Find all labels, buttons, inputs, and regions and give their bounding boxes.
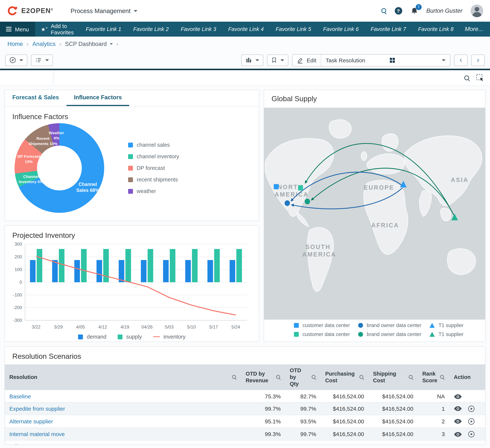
hamburger-icon bbox=[6, 27, 12, 31]
favorite-link-5[interactable]: Favorite Link 5 bbox=[270, 26, 317, 32]
marquee-select-icon[interactable] bbox=[476, 74, 484, 82]
column-header: Resolution bbox=[5, 364, 241, 390]
eye-icon bbox=[454, 406, 462, 412]
run-scenario-button[interactable] bbox=[468, 405, 475, 412]
breadcrumb-analytics[interactable]: Analytics bbox=[32, 41, 55, 47]
resolution-scenarios-card: Resolution Scenarios ResolutionOTD byRev… bbox=[4, 346, 486, 445]
legend-swatch bbox=[128, 189, 133, 194]
e2open-logo-icon bbox=[7, 5, 18, 17]
view-scenario-button[interactable] bbox=[454, 394, 462, 399]
legend-item: brand owner data center bbox=[358, 323, 421, 328]
column-header-label: PurchasingCost bbox=[325, 370, 355, 384]
column-search-icon[interactable] bbox=[232, 375, 236, 379]
favorite-link-1[interactable]: Favorite Link 1 bbox=[80, 26, 127, 32]
favorite-link-4[interactable]: Favorite Link 4 bbox=[222, 26, 270, 32]
legend-label: weather bbox=[137, 188, 156, 194]
table-row: Baseline75.3%82.7%$416,524.00$416,524.00… bbox=[5, 390, 485, 402]
resolution-link[interactable]: Baseline bbox=[9, 393, 31, 399]
notifications-button[interactable]: 7 bbox=[410, 7, 418, 15]
nav-settings-button[interactable] bbox=[489, 22, 490, 37]
influence-factors-title: Influence Factors bbox=[5, 106, 259, 121]
toolbar-right: Edit Task Resolution ‹ › bbox=[241, 54, 485, 66]
favorite-link-8[interactable]: Favorite Link 8 bbox=[412, 26, 460, 32]
column-header: Action bbox=[449, 364, 485, 390]
svg-text:200: 200 bbox=[15, 254, 22, 259]
column-header-label: ShippingCost bbox=[373, 370, 396, 384]
previous-view-button[interactable]: ‹ bbox=[454, 54, 468, 66]
legend-item: T1 supplier bbox=[429, 332, 464, 337]
legend-item: weather bbox=[128, 188, 179, 194]
rank-score-cell: NA bbox=[418, 390, 449, 402]
help-icon[interactable]: ? bbox=[394, 7, 402, 15]
favorite-link-3[interactable]: Favorite Link 3 bbox=[175, 26, 222, 32]
columns-dropdown-button[interactable] bbox=[241, 54, 263, 66]
otd-revenue-cell: 75.3% bbox=[241, 390, 285, 402]
legend-label: inventory bbox=[163, 334, 185, 340]
column-search-icon[interactable] bbox=[359, 375, 363, 379]
run-scenario-button[interactable] bbox=[468, 431, 475, 438]
scp-dashboard-page: E2OPEN® Process Management ? 7 Burton Gu… bbox=[0, 0, 490, 448]
tab-forecast-sales[interactable]: Forecast & Sales bbox=[5, 90, 67, 106]
column-search-icon[interactable] bbox=[276, 375, 280, 379]
resolution-link[interactable]: Expedite from supplier bbox=[9, 405, 65, 412]
svg-text:4/12: 4/12 bbox=[98, 324, 107, 329]
otd-qty-cell: 93.5% bbox=[285, 415, 321, 428]
favorite-link-2[interactable]: Favorite Link 2 bbox=[127, 26, 175, 32]
otd-revenue-cell bbox=[241, 440, 285, 445]
avatar[interactable] bbox=[471, 4, 483, 17]
next-view-button[interactable]: › bbox=[471, 54, 485, 66]
breadcrumb-home[interactable]: Home bbox=[8, 41, 23, 47]
resolution-link[interactable]: Internal material move bbox=[9, 431, 65, 437]
zoom-search-icon[interactable] bbox=[464, 75, 469, 80]
app-switcher[interactable]: Process Management bbox=[70, 7, 138, 14]
donut-chart[interactable]: Channel Sales 68% Channel Inventory 5% D… bbox=[15, 123, 104, 213]
play-icon bbox=[468, 431, 475, 438]
edit-button[interactable]: Edit bbox=[292, 54, 321, 66]
column-search-icon[interactable] bbox=[312, 375, 315, 379]
tab-influence-factors[interactable]: Influence Factors bbox=[67, 90, 129, 106]
e2open-logo[interactable]: E2OPEN® bbox=[7, 5, 53, 17]
favorite-link-7[interactable]: Favorite Link 7 bbox=[365, 26, 412, 32]
breadcrumb-separator: › bbox=[27, 41, 29, 47]
bookmark-dropdown-button[interactable] bbox=[267, 54, 288, 66]
customer-data-center-marker-blue[interactable] bbox=[274, 184, 279, 189]
view-selector[interactable]: Task Resolution bbox=[321, 54, 450, 66]
world-map[interactable]: NORTH AMERICA SOUTH AMERICA EUROPE ASIA bbox=[264, 108, 485, 319]
column-search-icon[interactable] bbox=[440, 375, 444, 379]
view-scenario-button[interactable] bbox=[454, 431, 462, 437]
compass-icon bbox=[9, 57, 16, 63]
column-search-icon[interactable] bbox=[409, 375, 413, 379]
legend-item: T1 supplier bbox=[429, 323, 464, 328]
list-view-dropdown-button[interactable] bbox=[31, 54, 53, 66]
run-scenario-button[interactable] bbox=[468, 418, 475, 425]
legend-swatch bbox=[128, 177, 133, 182]
top-bar: E2OPEN® Process Management ? 7 Burton Gu… bbox=[0, 0, 490, 22]
triangle-legend-swatch bbox=[429, 332, 435, 337]
segment-label: DP Forecast 13% bbox=[17, 154, 40, 164]
breadcrumb-current[interactable]: SCP Dashboard bbox=[65, 41, 113, 47]
add-to-favorites-button[interactable]: ★+ Add to Favorites bbox=[35, 22, 80, 37]
favorite-link-6[interactable]: Favorite Link 6 bbox=[317, 26, 365, 32]
svg-text:5/24: 5/24 bbox=[231, 324, 240, 329]
play-icon bbox=[468, 418, 475, 425]
main-nav: Menu ★+ Add to Favorites Favorite Link 1… bbox=[0, 22, 490, 37]
eye-icon bbox=[454, 394, 462, 399]
brand-owner-data-center-marker-green[interactable] bbox=[305, 199, 310, 204]
customer-data-center-marker-green[interactable] bbox=[298, 185, 303, 190]
user-name[interactable]: Burton Guster bbox=[426, 8, 462, 14]
legend-label: channel sales bbox=[137, 142, 170, 148]
filter-strip bbox=[0, 70, 490, 86]
action-cell bbox=[449, 440, 485, 445]
search-icon[interactable] bbox=[381, 8, 386, 13]
nav-more-button[interactable]: More... bbox=[460, 22, 489, 37]
view-scenario-button[interactable] bbox=[454, 419, 462, 424]
edit-label: Edit bbox=[307, 57, 316, 63]
legend-item: demand bbox=[78, 334, 106, 340]
resolution-link[interactable]: Alternate supplier bbox=[9, 418, 53, 424]
resolution-link[interactable]: Adhoc bbox=[9, 443, 25, 445]
brand-owner-data-center-marker-blue[interactable] bbox=[285, 200, 290, 206]
divider bbox=[53, 72, 53, 84]
navigate-dropdown-button[interactable] bbox=[5, 54, 27, 66]
menu-button[interactable]: Menu bbox=[0, 22, 35, 37]
view-scenario-button[interactable] bbox=[454, 406, 462, 412]
